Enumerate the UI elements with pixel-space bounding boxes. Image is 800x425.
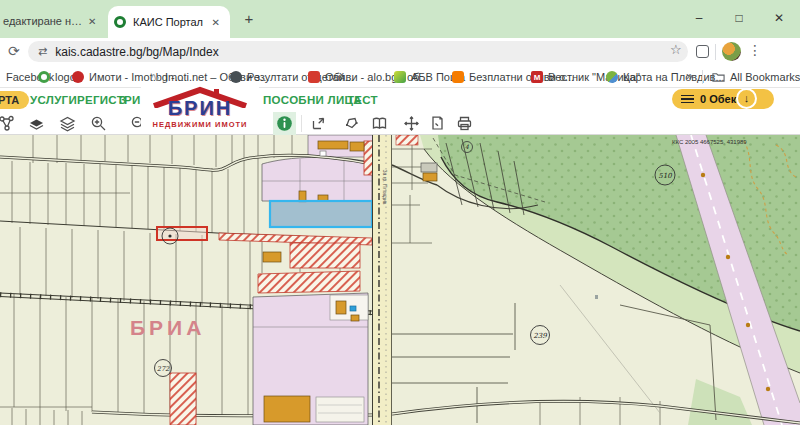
zoom-in-icon[interactable] xyxy=(90,115,107,132)
coordinates-readout: ККС 2005 4667525, 431989 xyxy=(672,139,747,145)
nav-item-karta[interactable]: РТА xyxy=(0,91,29,109)
newspaper-icon: М xyxy=(531,71,543,83)
nav-item-test[interactable]: ТЕСТ xyxy=(347,94,378,106)
mail-icon xyxy=(394,71,406,83)
brin-logo: БРИН НЕДВИЖИМИ ИМОТИ xyxy=(141,86,259,134)
new-tab-button[interactable]: + xyxy=(240,10,258,28)
tab-close-icon[interactable]: ✕ xyxy=(208,17,224,28)
map-icon xyxy=(606,71,618,83)
info-tool-icon[interactable] xyxy=(276,115,293,132)
move-map-icon[interactable] xyxy=(403,115,420,132)
area-watermark: БРИА xyxy=(130,316,205,339)
cadastral-map-canvas[interactable]: За гр. Пловдив 4 510 239 272 БРИА ККС 20… xyxy=(0,135,800,425)
tab-title: КАИС Портал xyxy=(133,16,208,28)
print-icon[interactable] xyxy=(456,115,473,132)
browser-tab-strip: едактиране на оферта - Пар ✕ КАИС Портал… xyxy=(0,0,800,38)
map-toolbar xyxy=(0,112,800,135)
logo-subtitle: НЕДВИЖИМИ ИМОТИ xyxy=(141,120,259,129)
all-bookmarks-button[interactable]: All Bookmarks xyxy=(712,69,800,85)
document-note-icon[interactable] xyxy=(429,115,446,132)
pylon-marker xyxy=(595,295,598,299)
network-tool-icon[interactable] xyxy=(0,115,15,132)
bell-icon xyxy=(452,71,464,83)
tab-offer-editing[interactable]: едактиране на оферта - Пар ✕ xyxy=(0,9,104,33)
svg-text:272: 272 xyxy=(157,365,170,373)
wave-icon: ∿ xyxy=(150,71,160,83)
bookmark-plovdiv-map[interactable]: Карта на Пловдив... xyxy=(606,69,725,85)
polygon-select-icon[interactable] xyxy=(343,115,360,132)
map-book-icon[interactable] xyxy=(371,115,388,132)
window-close-button[interactable]: ✕ xyxy=(764,4,794,32)
extensions-icon[interactable] xyxy=(696,45,709,58)
map-base xyxy=(0,135,800,425)
reload-icon[interactable]: ⟳ xyxy=(8,43,20,59)
red-square-icon xyxy=(308,71,320,83)
nav-item-registri[interactable]: РЕГИСТРИ xyxy=(77,94,141,106)
url-field[interactable]: ⇄ kais.cadastre.bg/bg/Map/Index xyxy=(28,41,688,62)
road-label: За гр. Пловдив xyxy=(382,170,388,205)
profile-avatar[interactable] xyxy=(722,42,741,61)
layers-icon[interactable] xyxy=(59,115,76,132)
green-ring-icon xyxy=(38,71,50,83)
divider xyxy=(702,70,703,84)
menu-bars-icon xyxy=(681,95,694,104)
objects-expand-button[interactable]: ↓ xyxy=(736,88,757,109)
window-maximize-button[interactable]: □ xyxy=(724,4,754,32)
url-text: kais.cadastre.bg/bg/Map/Index xyxy=(55,45,218,59)
kais-favicon-icon xyxy=(114,16,126,28)
objects-counter-button[interactable]: 0 Обекти xyxy=(672,89,774,109)
base-layer-icon[interactable] xyxy=(28,115,45,132)
svg-text:4: 4 xyxy=(465,143,469,150)
folder-icon xyxy=(712,71,725,83)
svg-text:239: 239 xyxy=(533,332,547,340)
tab-close-icon[interactable]: ✕ xyxy=(84,16,100,27)
kais-site-header: РТА УСЛУГИ РЕГИСТРИ З ПОСОБНИ ЛИЦА ТЕСТ … xyxy=(0,88,800,112)
vertical-road: За гр. Пловдив xyxy=(372,135,392,425)
selected-parcel-blue[interactable] xyxy=(270,201,372,227)
bookmarks-bar: Facebook logo Имоти - Imot.bg -... ∿Imot… xyxy=(0,66,800,88)
bookmark-star-icon[interactable]: ☆ xyxy=(670,42,682,57)
bookmark-logo[interactable]: logo xyxy=(38,69,76,85)
tab-title: едактиране на оферта - Пар xyxy=(0,15,84,27)
tab-kais-portal[interactable]: КАИС Портал ✕ xyxy=(108,6,230,38)
divider xyxy=(301,115,302,132)
browser-address-bar: ⟳ ⇄ kais.cadastre.bg/bg/Map/Index ☆ ⋮ xyxy=(0,38,800,66)
extent-select-icon[interactable] xyxy=(310,115,327,132)
svg-text:510: 510 xyxy=(658,172,672,180)
bookmarks-overflow-icon[interactable]: » xyxy=(686,69,693,83)
browser-menu-icon[interactable]: ⋮ xyxy=(748,42,762,58)
site-info-icon[interactable]: ⇄ xyxy=(38,45,47,58)
nav-item-uslugi[interactable]: УСЛУГИ xyxy=(30,94,77,106)
red-dot-icon xyxy=(72,71,84,83)
window-minimize-button[interactable]: – xyxy=(684,4,714,32)
globe-icon xyxy=(230,71,242,83)
divider xyxy=(715,44,716,60)
nav-item-partial[interactable]: З xyxy=(119,94,127,106)
